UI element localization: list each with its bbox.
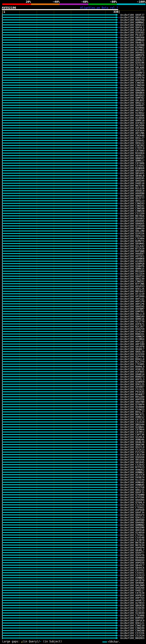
hit-line[interactable]	[2, 276, 116, 277]
hit-line[interactable]	[2, 62, 116, 63]
hit-line[interactable]	[2, 630, 116, 631]
hit-line[interactable]	[2, 286, 116, 287]
hit-line[interactable]	[2, 87, 116, 88]
hit-line[interactable]	[2, 504, 116, 505]
hit-line[interactable]	[2, 50, 116, 50]
hit-line[interactable]	[2, 198, 116, 199]
hit-line[interactable]	[2, 436, 116, 438]
hit-line[interactable]	[2, 155, 116, 156]
hit-line[interactable]	[2, 610, 116, 611]
hit-line[interactable]	[2, 366, 116, 367]
hit-line[interactable]	[2, 598, 116, 598]
hit-line[interactable]	[2, 266, 116, 266]
hit-line[interactable]	[2, 170, 116, 171]
hit-line[interactable]	[2, 354, 116, 354]
hit-line[interactable]	[2, 218, 116, 219]
hit-line[interactable]	[2, 600, 116, 601]
hit-line[interactable]	[2, 389, 116, 390]
hit-line[interactable]	[2, 14, 116, 15]
hit-line[interactable]	[2, 464, 116, 465]
hit-line[interactable]	[2, 419, 116, 420]
hit-line[interactable]	[2, 540, 116, 540]
hit-line[interactable]	[2, 216, 116, 216]
hit-line[interactable]	[2, 338, 116, 340]
hit-line[interactable]	[2, 592, 116, 593]
hit-line[interactable]	[2, 364, 116, 364]
hit-line[interactable]	[2, 386, 116, 387]
hit-line[interactable]	[2, 226, 116, 226]
hit-line[interactable]	[2, 341, 116, 342]
hit-line[interactable]	[2, 412, 116, 412]
hit-line[interactable]	[2, 409, 116, 410]
hit-line[interactable]	[2, 520, 116, 520]
hit-line[interactable]	[2, 22, 116, 23]
hit-line[interactable]	[2, 180, 116, 181]
hit-line[interactable]	[2, 442, 116, 442]
hit-line[interactable]	[2, 34, 116, 36]
hit-line[interactable]	[2, 130, 116, 131]
hit-line[interactable]	[2, 402, 116, 402]
hit-line[interactable]	[2, 250, 116, 252]
hit-line[interactable]	[2, 107, 116, 108]
hit-line[interactable]	[2, 306, 116, 307]
hit-line[interactable]	[2, 494, 116, 495]
hit-line[interactable]	[2, 324, 116, 324]
hit-line[interactable]	[2, 359, 116, 360]
hit-line[interactable]	[2, 482, 116, 483]
hit-line[interactable]	[2, 577, 116, 578]
hit-line[interactable]	[2, 158, 116, 158]
hit-line[interactable]	[2, 316, 116, 317]
hit-line[interactable]	[2, 454, 116, 455]
hit-line[interactable]	[2, 620, 116, 621]
hit-line[interactable]	[2, 110, 116, 111]
hit-line[interactable]	[2, 185, 116, 186]
hit-line[interactable]	[2, 384, 116, 385]
hit-line[interactable]	[2, 547, 116, 548]
hit-line[interactable]	[2, 85, 116, 86]
hit-line[interactable]	[2, 472, 116, 473]
hit-line[interactable]	[2, 24, 116, 25]
hit-line[interactable]	[2, 424, 116, 425]
hit-line[interactable]	[2, 268, 116, 269]
hit-line[interactable]	[2, 281, 116, 282]
hit-line[interactable]	[2, 537, 116, 538]
hit-line[interactable]	[2, 328, 116, 330]
hit-line[interactable]	[2, 628, 116, 628]
hit-line[interactable]	[2, 30, 116, 30]
hit-line[interactable]	[2, 396, 116, 397]
hit-line[interactable]	[2, 356, 116, 357]
hit-line[interactable]	[2, 40, 116, 40]
hit-line[interactable]	[2, 348, 116, 350]
hit-line[interactable]	[2, 376, 116, 377]
hit-line[interactable]	[2, 17, 116, 18]
hit-line[interactable]	[2, 256, 116, 256]
hit-line[interactable]	[2, 145, 116, 146]
hit-line[interactable]	[2, 542, 116, 543]
hit-line[interactable]	[2, 474, 116, 475]
hit-line[interactable]	[2, 102, 116, 103]
hit-line[interactable]	[2, 512, 116, 513]
hit-line[interactable]	[2, 223, 116, 224]
hit-line[interactable]	[2, 163, 116, 164]
hit-line[interactable]	[2, 193, 116, 194]
hit-line[interactable]	[2, 444, 116, 445]
hit-line[interactable]	[2, 336, 116, 337]
hit-line[interactable]	[2, 452, 116, 452]
hit-line[interactable]	[2, 479, 116, 480]
hit-line[interactable]	[2, 434, 116, 435]
hit-line[interactable]	[2, 283, 116, 284]
hit-line[interactable]	[2, 230, 116, 232]
hit-line[interactable]	[2, 314, 116, 314]
hit-line[interactable]	[2, 487, 116, 488]
hit-line[interactable]	[2, 243, 116, 244]
hit-line[interactable]	[2, 429, 116, 430]
hit-line[interactable]	[2, 524, 116, 526]
hit-line[interactable]	[2, 567, 116, 568]
hit-line[interactable]	[2, 160, 116, 161]
hit-line[interactable]	[2, 258, 116, 259]
hit-line[interactable]	[2, 97, 116, 98]
hit-line[interactable]	[2, 527, 116, 528]
hit-line[interactable]	[2, 90, 116, 91]
hit-line[interactable]	[2, 632, 116, 634]
hit-line[interactable]	[2, 469, 116, 470]
